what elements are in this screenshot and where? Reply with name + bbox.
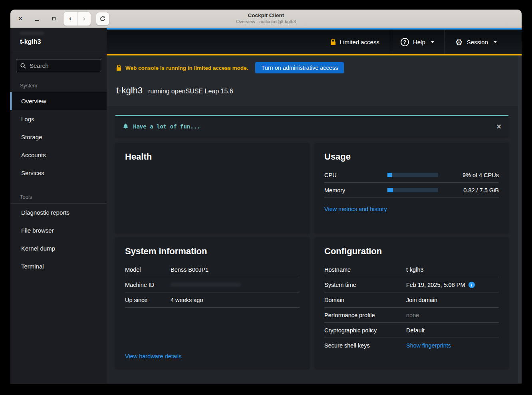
cpu-progress-fill [387, 173, 392, 177]
secure-shell-keys-row: Secure shell keys Show fingerprints [324, 338, 499, 353]
hostname-label: Hostname [324, 267, 406, 273]
window-subtitle: Overview - malcolml@t-kglh3 [236, 19, 296, 25]
sidebar: t-kglh3 System Overview Logs Storage Acc… [10, 28, 107, 383]
cryptographic-policy-row: Cryptographic policy Default [324, 323, 499, 338]
memory-progress-fill [387, 188, 393, 192]
up-since-value: 4 weeks ago [171, 297, 203, 303]
system-time-value: Feb 19, 2025, 5:08 PM [406, 282, 465, 288]
cpu-label: CPU [324, 172, 387, 178]
refresh-button[interactable] [96, 12, 109, 26]
cpu-usage-value: 9% of 4 CPUs [438, 172, 499, 178]
model-value: Benss B00JP1 [171, 267, 208, 273]
health-card: Health [115, 143, 309, 233]
domain-label: Domain [324, 297, 406, 303]
memory-progress-bar [387, 188, 438, 192]
configuration-card: Configuration Hostname t-kglh3 System ti… [315, 237, 508, 368]
sidebar-section-tools: Tools [10, 182, 107, 203]
search-input[interactable] [30, 62, 89, 69]
cryptographic-policy-label: Cryptographic policy [324, 327, 406, 334]
limited-access-indicator[interactable]: Limited access [320, 30, 390, 54]
back-button[interactable]: ‹ [64, 12, 77, 26]
sidebar-item-overview[interactable]: Overview [10, 92, 107, 110]
motd-text: Have a lot of fun... [133, 123, 200, 130]
lock-icon [330, 39, 336, 45]
memory-label: Memory [324, 187, 387, 194]
bell-icon [123, 123, 129, 130]
machine-id-row: Machine ID [125, 277, 300, 292]
sidebar-item-terminal[interactable]: Terminal [10, 257, 107, 275]
overview-content: Have a lot of fun... × Health Usage CPU [107, 106, 522, 383]
up-since-label: Up since [125, 297, 171, 303]
view-hardware-details-link[interactable]: View hardware details [125, 353, 300, 359]
sidebar-item-services[interactable]: Services [10, 164, 107, 182]
cryptographic-policy-value: Default [406, 327, 425, 334]
performance-profile-row: Performance profile none [324, 308, 499, 323]
machine-id-label: Machine ID [125, 282, 171, 288]
page-hostname: t-kglh3 [116, 85, 143, 96]
cpu-usage-row: CPU 9% of 4 CPUs [324, 168, 499, 183]
alert-close-icon[interactable]: × [496, 122, 501, 130]
usage-card: Usage CPU 9% of 4 CPUs Memory [315, 143, 508, 233]
sidebar-search[interactable] [16, 59, 101, 72]
session-menu[interactable]: ⚙ Session [445, 30, 507, 54]
refresh-icon [99, 16, 106, 22]
sidebar-item-logs[interactable]: Logs [10, 110, 107, 128]
sidebar-item-kernel-dump[interactable]: Kernel dump [10, 239, 107, 257]
sidebar-section-system: System [10, 76, 107, 92]
titlebar: × ‹ › Cockpit Client Overview - malcolml… [10, 10, 522, 28]
model-row: Model Benss B00JP1 [125, 262, 300, 277]
memory-usage-row: Memory 0.82 / 7.5 GiB [324, 183, 499, 198]
sidebar-host-title: t-kglh3 [10, 36, 107, 52]
page-os-text: running openSUSE Leap 15.6 [148, 88, 233, 95]
scrollbar[interactable] [518, 55, 522, 383]
page-title: t-kglh3 running openSUSE Leap 15.6 [116, 85, 512, 96]
hostname-row: Hostname t-kglh3 [324, 262, 499, 277]
page-header: Web console is running in limited access… [107, 55, 522, 106]
maximize-window-icon[interactable] [50, 15, 58, 22]
system-time-label: System time [324, 282, 406, 288]
minimize-window-icon[interactable] [34, 15, 41, 22]
cpu-progress-bar [387, 173, 438, 177]
redacted-user-label [20, 32, 44, 35]
info-icon[interactable]: i [468, 282, 475, 288]
sidebar-item-diagnostic-reports[interactable]: Diagnostic reports [10, 203, 107, 221]
session-label: Session [467, 39, 488, 45]
domain-row: Domain Join domain [324, 292, 499, 308]
limited-access-banner: Web console is running in limited access… [116, 62, 512, 73]
configuration-card-title: Configuration [324, 246, 499, 257]
forward-button[interactable]: › [77, 12, 91, 26]
window-controls: × [10, 15, 58, 22]
machine-id-redacted-value [171, 282, 240, 287]
main-area: Limited access ? Help ⚙ Session [107, 28, 522, 383]
limited-access-label: Limited access [340, 39, 379, 45]
app-window: × ‹ › Cockpit Client Overview - malcolml… [10, 10, 522, 384]
motd-alert: Have a lot of fun... × [115, 115, 508, 137]
up-since-row: Up since 4 weeks ago [125, 292, 300, 308]
show-fingerprints-link[interactable]: Show fingerprints [406, 342, 451, 349]
masthead: Limited access ? Help ⚙ Session [107, 28, 522, 55]
view-metrics-link[interactable]: View metrics and history [324, 206, 499, 212]
performance-profile-label: Performance profile [324, 312, 406, 318]
sidebar-item-storage[interactable]: Storage [10, 128, 107, 146]
system-time-row: System time Feb 19, 2025, 5:08 PM i [324, 277, 499, 292]
close-window-icon[interactable]: × [17, 15, 24, 22]
history-nav-group: ‹ › [63, 12, 91, 26]
chevron-down-icon [431, 41, 434, 43]
help-icon: ? [401, 38, 409, 46]
help-label: Help [413, 39, 425, 45]
sidebar-item-file-browser[interactable]: File browser [10, 221, 107, 239]
health-card-title: Health [125, 152, 300, 162]
hostname-value: t-kglh3 [406, 267, 424, 273]
sidebar-item-accounts[interactable]: Accounts [10, 146, 107, 164]
turn-on-admin-access-button[interactable]: Turn on administrative access [255, 62, 344, 73]
window-title: Cockpit Client [248, 12, 284, 19]
system-information-card-title: System information [125, 246, 300, 257]
usage-card-title: Usage [324, 152, 499, 162]
secure-shell-keys-label: Secure shell keys [324, 342, 406, 349]
join-domain-value[interactable]: Join domain [406, 297, 437, 303]
lock-icon [116, 65, 121, 71]
memory-usage-value: 0.82 / 7.5 GiB [438, 187, 499, 194]
search-icon [20, 63, 26, 69]
help-menu[interactable]: ? Help [390, 30, 445, 54]
chevron-down-icon [494, 41, 497, 43]
